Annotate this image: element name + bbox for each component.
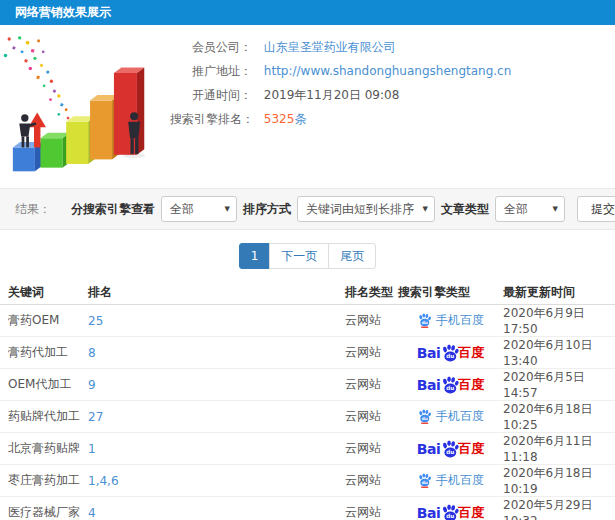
article-type-selected: 全部 bbox=[504, 202, 528, 216]
updated-cell: 2020年6月5日 14:57 bbox=[503, 369, 615, 401]
bar-red bbox=[114, 67, 144, 154]
member-info-panel: 会员公司： 山东皇圣堂药业有限公司 推广地址： http://www.shand… bbox=[170, 25, 615, 188]
svg-text:du: du bbox=[422, 416, 428, 421]
svg-text:du: du bbox=[422, 320, 428, 325]
updated-cell: 2020年6月18日 10:19 bbox=[503, 465, 615, 497]
engine-rank-count: 5325 bbox=[264, 112, 295, 126]
rank-link[interactable]: 4 bbox=[88, 506, 96, 520]
sort-order-selected: 关键词由短到长排序 bbox=[306, 202, 414, 216]
keyword-cell: 枣庄膏药加工 bbox=[0, 465, 88, 497]
header-engine-type: 搜索引擎类型 bbox=[398, 280, 503, 305]
page-title: 网络营销效果展示 bbox=[15, 5, 111, 19]
table-row: 膏药代加工 8 云网站 Bai du 百度 20 bbox=[0, 337, 615, 369]
rank-link[interactable]: 1 bbox=[88, 442, 96, 456]
svg-text:du: du bbox=[447, 385, 455, 391]
updated-cell: 2020年6月18日 10:25 bbox=[503, 401, 615, 433]
table-row: 医疗器械厂家 4 云网站 Bai du 百度 2 bbox=[0, 497, 615, 520]
chevron-down-icon: ▼ bbox=[423, 197, 428, 221]
baidu-mobile-paw-icon: du bbox=[417, 409, 432, 424]
chevron-down-icon: ▼ bbox=[225, 197, 230, 221]
table-row: 北京膏药贴牌 1 云网站 Bai du 百度 2 bbox=[0, 433, 615, 465]
keyword-cell: 北京膏药贴牌 bbox=[0, 433, 88, 465]
svg-text:du: du bbox=[447, 353, 455, 359]
article-type-label: 文章类型 bbox=[441, 201, 489, 218]
rank-link[interactable]: 25 bbox=[88, 314, 103, 328]
header-updated: 最新更新时间 bbox=[503, 280, 615, 305]
updated-cell: 2020年5月29日 10:32 bbox=[503, 497, 615, 520]
updated-cell: 2020年6月11日 11:18 bbox=[503, 433, 615, 465]
engine-rank-label: 搜索引擎排名： bbox=[170, 107, 252, 131]
baidu-pc-logo: Bai du 百度 bbox=[417, 344, 484, 362]
result-label: 结果： bbox=[15, 201, 51, 218]
svg-text:du: du bbox=[447, 449, 455, 455]
engine-rank-unit: 条 bbox=[294, 112, 306, 126]
page-current-button[interactable]: 1 bbox=[239, 243, 271, 269]
info-row-rank-count: 搜索引擎排名： 5325条 bbox=[170, 107, 615, 131]
rank-link[interactable]: 1,4,6 bbox=[88, 474, 119, 488]
svg-text:du: du bbox=[447, 513, 455, 519]
keyword-cell: 膏药OEM bbox=[0, 305, 88, 337]
header-rank: 排名 bbox=[88, 280, 345, 305]
rank-link[interactable]: 8 bbox=[88, 346, 96, 360]
company-label: 会员公司： bbox=[170, 35, 252, 59]
filter-bar: 结果： 分搜索引擎查看 全部 ▼ 排序方式 关键词由短到长排序 ▼ 文章类型 全… bbox=[0, 188, 615, 230]
baidu-mobile-paw-icon: du bbox=[417, 313, 432, 328]
figure-shadow bbox=[123, 153, 145, 158]
table-row: 枣庄膏药加工 1,4,6 云网站 du 手机百度 bbox=[0, 465, 615, 497]
keyword-cell: OEM代加工 bbox=[0, 369, 88, 401]
rank-type-cell: 云网站 bbox=[345, 465, 398, 497]
rank-type-cell: 云网站 bbox=[345, 401, 398, 433]
keyword-cell: 药贴牌代加工 bbox=[0, 401, 88, 433]
rank-type-cell: 云网站 bbox=[345, 337, 398, 369]
promotion-url-label: 推广地址： bbox=[170, 59, 252, 83]
rank-type-cell: 云网站 bbox=[345, 305, 398, 337]
rank-type-cell: 云网站 bbox=[345, 433, 398, 465]
filter-controls: 分搜索引擎查看 全部 ▼ 排序方式 关键词由短到长排序 ▼ 文章类型 全部 ▼ … bbox=[71, 196, 615, 222]
rank-type-cell: 云网站 bbox=[345, 369, 398, 401]
results-table-body: 膏药OEM 25 云网站 du 手机百度 bbox=[0, 305, 615, 520]
info-row-url: 推广地址： http://www.shandonghuangshengtang.… bbox=[170, 59, 615, 83]
info-row-company: 会员公司： 山东皇圣堂药业有限公司 bbox=[170, 35, 615, 59]
keyword-cell: 膏药代加工 bbox=[0, 337, 88, 369]
page-next-button[interactable]: 下一页 bbox=[269, 243, 329, 269]
table-row: 药贴牌代加工 27 云网站 du 手机百度 bbox=[0, 401, 615, 433]
pagination-container: 1 下一页 尾页 bbox=[0, 243, 615, 269]
rank-link[interactable]: 9 bbox=[88, 378, 96, 392]
engine-view-label: 分搜索引擎查看 bbox=[71, 201, 155, 218]
article-type-select[interactable]: 全部 ▼ bbox=[495, 196, 565, 222]
promotion-url-link[interactable]: http://www.shandonghuangshengtang.cn bbox=[264, 64, 511, 78]
illustration-container bbox=[0, 25, 170, 188]
baidu-mobile-paw-icon: du bbox=[417, 473, 432, 488]
open-time-value: 2019年11月20日 09:08 bbox=[264, 88, 399, 102]
open-time-label: 开通时间： bbox=[170, 83, 252, 107]
bar-green bbox=[40, 133, 69, 168]
header-keyword: 关键词 bbox=[0, 280, 88, 305]
company-link[interactable]: 山东皇圣堂药业有限公司 bbox=[264, 40, 396, 54]
rank-link[interactable]: 27 bbox=[88, 410, 103, 424]
pagination: 1 下一页 尾页 bbox=[239, 243, 377, 269]
page-header-bar: 网络营销效果展示 bbox=[0, 0, 615, 25]
marketing-bar-chart-illustration bbox=[0, 27, 170, 187]
updated-cell: 2020年6月9日 17:50 bbox=[503, 305, 615, 337]
sort-order-label: 排序方式 bbox=[243, 201, 291, 218]
table-row: 膏药OEM 25 云网站 du 手机百度 bbox=[0, 305, 615, 337]
table-header-row: 关键词 排名 排名类型 搜索引擎类型 最新更新时间 bbox=[0, 280, 615, 305]
header-rank-type: 排名类型 bbox=[345, 280, 398, 305]
info-row-open-time: 开通时间： 2019年11月20日 09:08 bbox=[170, 83, 615, 107]
engine-view-selected: 全部 bbox=[170, 202, 194, 216]
page-last-button[interactable]: 尾页 bbox=[328, 243, 376, 269]
baidu-mobile-logo: du 手机百度 bbox=[417, 408, 484, 425]
engine-view-select[interactable]: 全部 ▼ bbox=[161, 196, 237, 222]
baidu-mobile-logo: du 手机百度 bbox=[417, 472, 484, 489]
confetti-dots bbox=[4, 36, 70, 119]
rank-type-cell: 云网站 bbox=[345, 497, 398, 520]
updated-cell: 2020年6月10日 13:40 bbox=[503, 337, 615, 369]
submit-button[interactable]: 提交 bbox=[577, 196, 615, 222]
baidu-pc-logo: Bai du 百度 bbox=[417, 376, 484, 394]
baidu-pc-logo: Bai du 百度 bbox=[417, 504, 484, 520]
hero-section: 会员公司： 山东皇圣堂药业有限公司 推广地址： http://www.shand… bbox=[0, 25, 615, 188]
results-table: 关键词 排名 排名类型 搜索引擎类型 最新更新时间 膏药OEM 25 云网站 bbox=[0, 280, 615, 520]
sort-order-select[interactable]: 关键词由短到长排序 ▼ bbox=[297, 196, 435, 222]
baidu-mobile-logo: du 手机百度 bbox=[417, 312, 484, 329]
svg-text:du: du bbox=[422, 480, 428, 485]
